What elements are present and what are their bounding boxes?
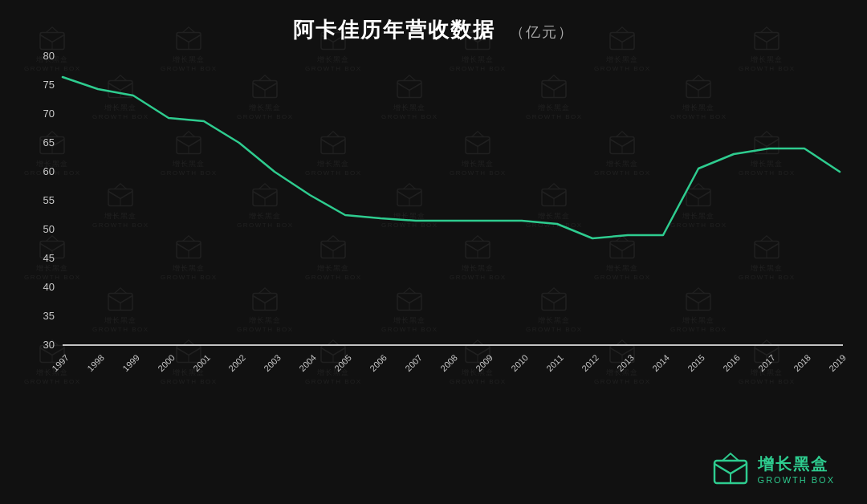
svg-text:2006: 2006 xyxy=(368,352,389,373)
svg-text:2008: 2008 xyxy=(438,352,459,373)
svg-text:50: 50 xyxy=(43,223,55,235)
svg-text:2018: 2018 xyxy=(792,352,812,373)
chart-container: 阿卡佳历年营收数据 （亿元） 30 35 40 45 50 55 60 65 7… xyxy=(0,0,867,504)
brand-text-group: 增长黑盒 GROWTH BOX xyxy=(758,453,835,485)
svg-text:2002: 2002 xyxy=(226,352,247,373)
svg-text:80: 80 xyxy=(43,50,55,62)
svg-text:35: 35 xyxy=(43,310,55,322)
svg-text:2017: 2017 xyxy=(756,352,777,373)
svg-text:1997: 1997 xyxy=(50,352,71,373)
svg-text:2016: 2016 xyxy=(721,352,742,373)
brand-chinese-text: 增长黑盒 xyxy=(758,453,828,475)
svg-text:55: 55 xyxy=(43,194,55,206)
svg-text:75: 75 xyxy=(43,79,55,91)
svg-text:45: 45 xyxy=(43,252,55,264)
brand-english-text: GROWTH BOX xyxy=(758,475,835,485)
svg-text:60: 60 xyxy=(43,165,55,177)
svg-text:40: 40 xyxy=(43,281,55,293)
svg-text:30: 30 xyxy=(43,339,55,351)
svg-text:2013: 2013 xyxy=(615,352,636,373)
svg-text:2014: 2014 xyxy=(650,352,671,373)
svg-text:70: 70 xyxy=(43,108,55,120)
svg-text:1998: 1998 xyxy=(85,352,106,373)
svg-text:2000: 2000 xyxy=(156,352,177,373)
svg-text:2004: 2004 xyxy=(297,352,318,373)
svg-text:2009: 2009 xyxy=(474,352,495,373)
brand-logo-icon xyxy=(711,449,750,488)
svg-text:2019: 2019 xyxy=(827,352,848,373)
svg-text:2010: 2010 xyxy=(509,352,530,373)
svg-text:2001: 2001 xyxy=(191,352,212,373)
svg-text:2005: 2005 xyxy=(332,352,353,373)
svg-text:2007: 2007 xyxy=(403,352,424,373)
svg-text:2015: 2015 xyxy=(686,352,706,373)
svg-text:65: 65 xyxy=(43,136,55,148)
svg-text:2012: 2012 xyxy=(580,352,600,373)
svg-text:1999: 1999 xyxy=(120,352,141,373)
brand-section: 增长黑盒 GROWTH BOX xyxy=(711,449,835,488)
svg-text:2003: 2003 xyxy=(262,352,283,373)
svg-marker-154 xyxy=(722,453,739,461)
svg-text:2011: 2011 xyxy=(544,352,565,373)
line-chart: 30 35 40 45 50 55 60 65 70 75 80 1997 19… xyxy=(0,0,867,504)
revenue-line xyxy=(63,77,840,238)
